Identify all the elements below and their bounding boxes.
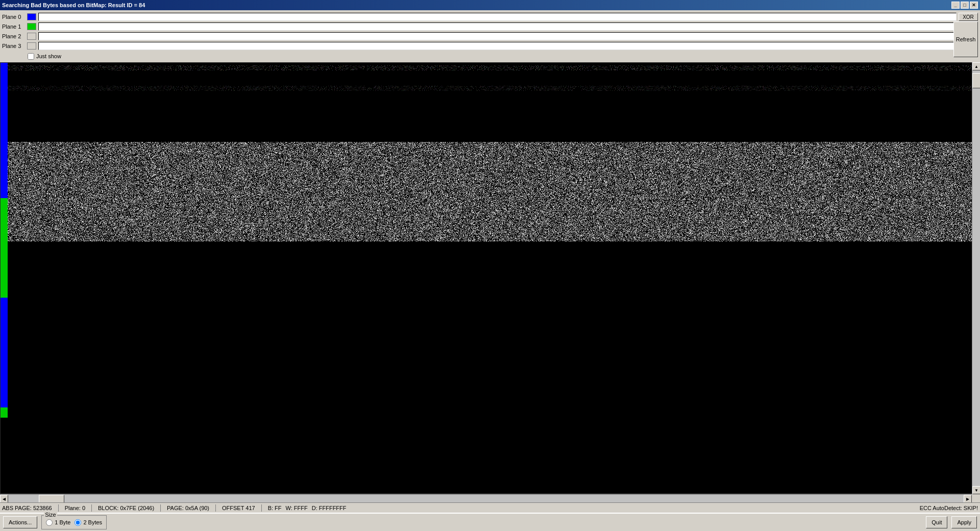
status-page: PAGE: 0x5A (90) <box>167 505 209 511</box>
status-sep-5 <box>261 504 262 512</box>
plane-3-color[interactable] <box>27 42 36 50</box>
scroll-track-v[interactable] <box>972 70 980 486</box>
plane-0-color[interactable] <box>27 13 36 20</box>
status-sep-4 <box>215 504 216 512</box>
just-show-label: Just show <box>36 53 61 59</box>
size-group-label: Size <box>44 512 57 518</box>
just-show-row: Just show <box>2 51 978 61</box>
plane-3-input[interactable] <box>38 42 957 50</box>
size-1-radio-group: 1 Byte <box>46 519 70 526</box>
actions-button[interactable]: Actions... <box>3 516 37 528</box>
controls-area: Plane 0 XOR Plane 1 XOR Plane 2 XOR Plan… <box>0 10 980 62</box>
status-block: BLOCK: 0x7FE (2046) <box>98 505 154 511</box>
status-offset: OFFSET 417 <box>222 505 255 511</box>
size-2-radio-group: 2 Bytes <box>75 519 102 526</box>
status-abs-page: ABS PAGE: 523866 <box>2 505 52 511</box>
refresh-button[interactable]: Refresh <box>953 21 978 57</box>
size-2-label: 2 Bytes <box>83 519 102 525</box>
plane-3-label: Plane 3 <box>2 43 25 49</box>
title-bar: Searching Bad Bytes based on BitMap: Res… <box>0 0 980 10</box>
plane-0-xor-button[interactable]: XOR <box>959 13 978 21</box>
status-bar: ABS PAGE: 523866 Plane: 0 BLOCK: 0x7FE (… <box>0 502 980 513</box>
plane-1-color[interactable] <box>27 23 36 30</box>
close-button[interactable]: ✕ <box>970 2 978 9</box>
plane-0-label: Plane 0 <box>2 14 25 20</box>
plane-1-label: Plane 1 <box>2 23 25 30</box>
left-bar-green <box>1 198 8 298</box>
main-window: Plane 0 XOR Plane 1 XOR Plane 2 XOR Plan… <box>0 10 980 531</box>
scroll-down-button[interactable]: ▼ <box>972 486 980 494</box>
title-bar-buttons: _ □ ✕ <box>951 2 978 9</box>
size-1-radio[interactable] <box>46 519 53 526</box>
visualization-canvas <box>8 63 979 494</box>
left-bar-green-bottom <box>1 407 8 418</box>
size-group: Size 1 Byte 2 Bytes <box>41 515 107 529</box>
plane-0-row: Plane 0 XOR <box>2 12 978 21</box>
status-sep-2 <box>91 504 92 512</box>
canvas-area <box>0 62 980 494</box>
horizontal-scrollbar[interactable]: ◀ ▶ <box>0 494 972 502</box>
status-b: B: FF <box>268 505 282 511</box>
quit-button[interactable]: Quit <box>926 516 947 528</box>
scroll-right-button[interactable]: ▶ <box>964 495 972 502</box>
status-w: W: FFFF <box>286 505 308 511</box>
size-1-label: 1 Byte <box>55 519 70 525</box>
window-title: Searching Bad Bytes based on BitMap: Res… <box>2 2 145 8</box>
size-2-radio[interactable] <box>75 519 81 526</box>
scroll-thumb-h[interactable] <box>39 495 64 502</box>
plane-2-row: Plane 2 XOR <box>2 32 978 41</box>
left-bars <box>1 63 8 494</box>
vertical-scrollbar[interactable]: ▲ ▼ <box>972 62 980 494</box>
plane-2-label: Plane 2 <box>2 33 25 39</box>
maximize-button[interactable]: □ <box>961 2 969 9</box>
apply-button[interactable]: Apply <box>951 516 977 528</box>
status-sep-1 <box>58 504 59 512</box>
plane-3-row: Plane 3 XOR <box>2 41 978 51</box>
just-show-checkbox[interactable] <box>28 53 34 60</box>
plane-1-input[interactable] <box>38 22 957 31</box>
bottom-toolbar: Actions... Size 1 Byte 2 Bytes Quit Appl… <box>0 513 980 531</box>
plane-0-input[interactable] <box>38 13 957 21</box>
status-d: D: FFFFFFFF <box>312 505 347 511</box>
status-plane: Plane: 0 <box>65 505 85 511</box>
left-bar-blue <box>1 63 8 198</box>
plane-1-row: Plane 1 XOR <box>2 22 978 31</box>
left-bar-blue-bottom <box>1 298 8 407</box>
minimize-button[interactable]: _ <box>951 2 960 9</box>
status-ecc: ECC AutoDetect: SKIP! <box>920 505 978 511</box>
plane-2-input[interactable] <box>38 32 957 40</box>
scroll-thumb-v[interactable] <box>972 73 980 88</box>
scroll-track-h[interactable] <box>8 495 964 502</box>
plane-2-color[interactable] <box>27 33 36 40</box>
scroll-up-button[interactable]: ▲ <box>972 62 980 70</box>
status-sep-3 <box>160 504 161 512</box>
scroll-left-button[interactable]: ◀ <box>0 495 8 502</box>
